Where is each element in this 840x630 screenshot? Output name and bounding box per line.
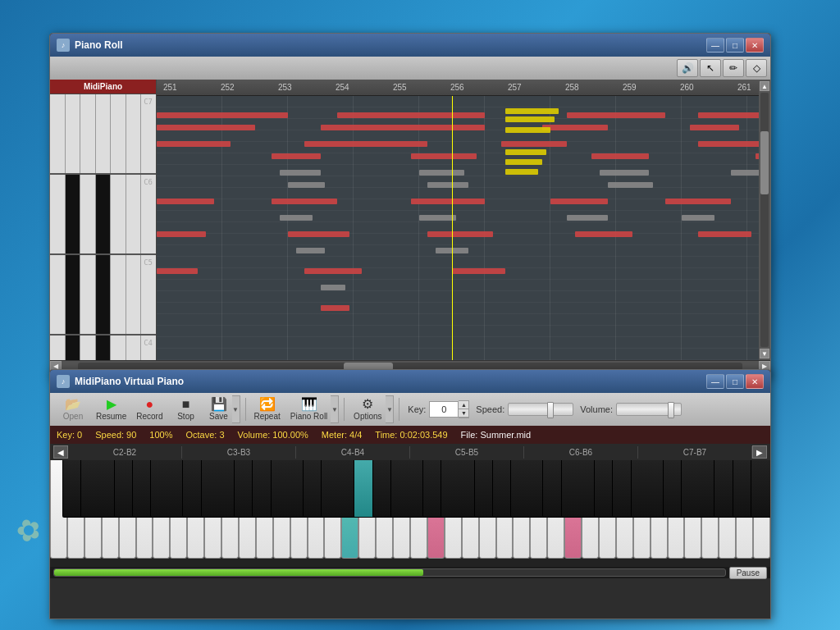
pr-minimize-btn[interactable]: — [706,38,724,52]
midi-note[interactable] [337,112,485,118]
midi-note[interactable] [321,125,485,130]
volume-slider-thumb[interactable] [668,402,674,418]
midi-note[interactable] [452,268,505,274]
pr-maximize-btn[interactable]: □ [726,38,744,52]
midi-note[interactable] [157,199,214,204]
save-arrow-btn[interactable]: ▼ [232,395,240,423]
pause-button[interactable]: Pause [729,567,767,579]
stop-btn[interactable]: ■ Stop [170,395,203,423]
key-black[interactable] [66,255,81,334]
key-down-btn[interactable]: ▼ [459,409,468,418]
key-black[interactable] [96,255,112,334]
open-btn[interactable]: 📂 Open [57,395,89,423]
key-white[interactable] [111,94,126,173]
piano-roll-titlebar[interactable]: ♪ Piano Roll — □ ✕ [50,34,770,57]
midi-note[interactable] [288,182,325,188]
midi-note[interactable] [608,182,653,188]
scroll-down-btn[interactable]: ▼ [760,349,769,358]
vp-maximize-btn[interactable]: □ [726,374,744,389]
resume-btn[interactable]: ▶ Resume [93,395,130,423]
key-white[interactable] [141,175,156,253]
midi-note[interactable] [501,141,567,147]
piano-roll-btn[interactable]: 🎹 Piano Roll [287,395,331,423]
midi-note[interactable] [157,268,198,274]
midi-note-yellow[interactable] [505,127,550,133]
midi-note[interactable] [419,215,456,221]
kb-scroll-right-btn[interactable]: ▶ [752,445,767,459]
key-value[interactable]: 0 [429,401,459,418]
volume-slider[interactable] [616,403,682,416]
pr-eraser-btn[interactable]: ◇ [746,59,767,77]
midi-note[interactable] [296,248,325,253]
midi-note-yellow[interactable] [505,149,546,155]
midi-note[interactable] [600,170,649,176]
key-white[interactable] [141,94,156,173]
scroll-thumb-v[interactable] [760,131,769,195]
vp-titlebar[interactable]: ♪ MidiPiano Virtual Piano — □ ✕ [50,370,770,393]
midi-note[interactable] [591,153,649,159]
midi-note[interactable] [411,199,485,204]
key-white[interactable] [50,175,66,253]
midi-note-yellow[interactable] [505,159,542,165]
midi-note[interactable] [698,112,759,118]
key-white[interactable] [126,94,142,173]
record-btn[interactable]: ● Record [133,395,166,423]
key-white[interactable] [111,255,126,334]
midi-note[interactable] [575,231,632,237]
key-white[interactable] [126,255,142,334]
midi-note[interactable] [698,231,751,237]
vp-close-btn[interactable]: ✕ [746,374,764,389]
speed-slider[interactable] [508,403,573,416]
midi-note[interactable] [304,141,427,147]
key-white[interactable] [111,336,126,360]
midi-note[interactable] [550,199,608,204]
key-white[interactable] [80,336,96,360]
midi-note[interactable] [321,285,345,290]
speed-slider-thumb[interactable] [547,402,554,418]
pr-select-btn[interactable]: ↖ [700,59,721,77]
save-btn[interactable]: 💾 Save [206,395,232,423]
midi-note[interactable] [321,305,349,311]
midi-note-yellow[interactable] [505,108,559,114]
repeat-btn[interactable]: 🔁 Repeat [251,395,284,423]
key-white[interactable] [80,175,96,253]
key-white[interactable] [50,255,66,334]
pr-vertical-scrollbar[interactable]: ▲ ▼ [759,80,770,360]
options-btn[interactable]: ⚙ Options [349,395,386,423]
midi-note[interactable] [665,199,731,204]
key-black[interactable] [66,336,81,360]
midi-note-yellow[interactable] [505,169,538,175]
key-white[interactable] [126,336,142,360]
scroll-up-btn[interactable]: ▲ [760,81,769,91]
midi-note[interactable] [542,125,608,130]
midi-note[interactable] [427,231,493,237]
pr-pencil-btn[interactable]: ✏ [723,59,744,77]
midi-note[interactable] [690,125,739,130]
midi-note[interactable] [419,170,464,176]
pr-close-btn[interactable]: ✕ [746,38,764,52]
midi-note-yellow[interactable] [505,116,555,122]
vp-minimize-btn[interactable]: — [706,374,724,389]
key-white[interactable] [50,94,66,173]
key-white[interactable] [80,94,96,173]
midi-note[interactable] [698,141,759,147]
key-white[interactable] [126,175,142,253]
midi-note[interactable] [157,125,255,130]
key-black[interactable] [96,175,112,253]
midi-note[interactable] [756,153,759,159]
midi-note[interactable] [157,231,206,237]
key-white[interactable] [141,255,156,334]
pr-speaker-btn[interactable]: 🔊 [677,59,698,77]
midi-note[interactable] [157,141,231,147]
midi-note[interactable] [272,199,337,204]
midi-note[interactable] [567,215,608,221]
midi-note[interactable] [288,231,349,237]
options-arrow-btn[interactable]: ▼ [386,395,394,423]
key-white[interactable] [50,336,66,360]
progress-track[interactable] [53,568,726,577]
key-up-btn[interactable]: ▲ [459,401,468,409]
midi-note[interactable] [427,182,468,188]
kb-scroll-left-btn[interactable]: ◀ [53,445,68,459]
key-black[interactable] [66,175,81,253]
piano-roll-arrow-btn[interactable]: ▼ [331,395,339,423]
